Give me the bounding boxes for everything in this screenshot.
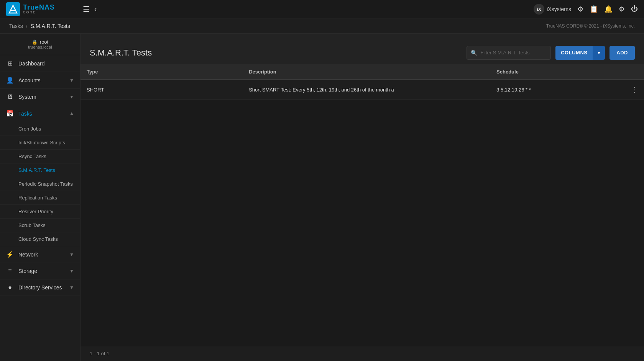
columns-button[interactable]: COLUMNS — [555, 46, 593, 60]
sidebar-item-directory-services[interactable]: ● Directory Services ▼ — [0, 279, 80, 296]
sidebar-item-init-shutdown[interactable]: Init/Shutdown Scripts — [0, 136, 80, 150]
sidebar-item-accounts[interactable]: 👤 Accounts ▼ — [0, 72, 80, 89]
table-container: Type Description Schedule SHORT Short SM… — [80, 64, 644, 346]
smart-tests-table: Type Description Schedule SHORT Short SM… — [80, 64, 644, 100]
system-arrow-icon: ▼ — [69, 94, 74, 100]
sidebar-item-cloud-sync-tasks[interactable]: Cloud Sync Tasks — [0, 232, 80, 246]
col-header-type: Type — [80, 64, 243, 80]
search-box: 🔍 — [467, 46, 551, 60]
breadcrumb-bar: Tasks / S.M.A.R.T. Tests TrueNAS CORE® ©… — [0, 18, 644, 34]
sidebar-item-replication-tasks[interactable]: Replication Tasks — [0, 191, 80, 205]
col-header-schedule: Schedule — [490, 64, 618, 80]
system-label: System — [18, 94, 65, 100]
user-section: 🔒 root truenas.local — [0, 34, 80, 55]
sidebar-item-tasks[interactable]: 📅 Tasks ▼ — [0, 105, 80, 122]
sidebar-item-scrub-tasks[interactable]: Scrub Tasks — [0, 219, 80, 232]
power-icon[interactable]: ⏻ — [631, 5, 638, 13]
directory-services-icon: ● — [6, 284, 14, 291]
col-header-actions — [618, 64, 644, 80]
breadcrumb-smart-tests: S.M.A.R.T. Tests — [31, 23, 70, 29]
hamburger-icon[interactable]: ☰ — [83, 5, 90, 14]
changelog-icon[interactable]: 📋 — [590, 5, 598, 13]
network-arrow-icon: ▼ — [69, 252, 74, 257]
breadcrumb: Tasks / S.M.A.R.T. Tests — [9, 23, 70, 29]
search-input[interactable] — [480, 50, 547, 56]
logo: TrueNAS CORE — [6, 2, 83, 16]
smart-tests-label: S.M.A.R.T. Tests — [18, 167, 55, 173]
truenas-logo-icon — [6, 2, 20, 16]
network-icon: ⚡ — [6, 251, 14, 258]
tasks-label: Tasks — [18, 111, 65, 117]
dashboard-icon: ⊞ — [6, 60, 14, 67]
sidebar-item-dashboard[interactable]: ⊞ Dashboard — [0, 55, 80, 72]
pagination-text: 1 - 1 of 1 — [90, 351, 109, 356]
accounts-icon: 👤 — [6, 77, 14, 84]
cron-jobs-label: Cron Jobs — [18, 126, 41, 132]
collapse-sidebar-icon[interactable]: ‹ — [94, 5, 97, 13]
replication-tasks-label: Replication Tasks — [18, 195, 57, 201]
copyright-text: TrueNAS CORE® © 2021 - iXSystems, Inc. — [546, 23, 635, 29]
tasks-arrow-icon: ▼ — [69, 111, 74, 116]
sidebar-item-cron-jobs[interactable]: Cron Jobs — [0, 122, 80, 136]
cloud-sync-tasks-label: Cloud Sync Tasks — [18, 236, 58, 242]
sidebar-item-periodic-snapshot[interactable]: Periodic Snapshot Tasks — [0, 177, 80, 191]
topbar-right-controls: iX iXsystems ⚙ 📋 🔔 ⚙ ⏻ — [534, 4, 638, 15]
truecommand-icon[interactable]: ⚙ — [577, 5, 583, 13]
sidebar: 🔒 root truenas.local ⊞ Dashboard 👤 Accou… — [0, 34, 80, 361]
ix-badge: iX — [534, 4, 544, 15]
network-label: Network — [18, 252, 65, 258]
table-row: SHORT Short SMART Test: Every 5th, 12th,… — [80, 80, 644, 100]
add-button[interactable]: ADD — [610, 46, 635, 60]
col-header-description: Description — [243, 64, 490, 80]
dashboard-label: Dashboard — [18, 60, 74, 67]
sidebar-item-rsync-tasks[interactable]: Rsync Tasks — [0, 150, 80, 163]
row-actions-icon[interactable]: ⋮ — [631, 86, 638, 93]
system-icon: 🖥 — [6, 93, 14, 100]
columns-button-group: COLUMNS ▼ — [555, 46, 605, 60]
ixsystems-label: iXsystems — [547, 6, 571, 12]
pagination: 1 - 1 of 1 — [80, 346, 644, 361]
rsync-tasks-label: Rsync Tasks — [18, 154, 46, 159]
logo-sub: CORE — [23, 11, 55, 14]
directory-services-arrow-icon: ▼ — [69, 285, 74, 290]
username: root — [40, 39, 48, 45]
sidebar-item-network[interactable]: ⚡ Network ▼ — [0, 246, 80, 263]
storage-arrow-icon: ▼ — [69, 268, 74, 274]
storage-icon: ≡ — [6, 268, 14, 274]
cell-description: Short SMART Test: Every 5th, 12th, 19th,… — [243, 80, 490, 100]
scrub-tasks-label: Scrub Tasks — [18, 222, 46, 228]
topbar: TrueNAS CORE ☰ ‹ iX iXsystems ⚙ 📋 🔔 ⚙ ⏻ — [0, 0, 644, 18]
hostname: truenas.local — [6, 45, 74, 49]
tasks-icon: 📅 — [6, 110, 14, 117]
ixsystems-logo: iX iXsystems — [534, 4, 571, 15]
cell-schedule: 3 5,12,19,26 * * — [490, 80, 618, 100]
lock-icon: 🔒 — [32, 39, 38, 45]
storage-label: Storage — [18, 268, 65, 274]
page-header: S.M.A.R.T. Tests 🔍 COLUMNS ▼ ADD — [80, 34, 644, 64]
directory-services-label: Directory Services — [18, 284, 65, 291]
content: S.M.A.R.T. Tests 🔍 COLUMNS ▼ ADD Type — [80, 34, 644, 361]
periodic-snapshot-label: Periodic Snapshot Tasks — [18, 181, 73, 187]
page-title: S.M.A.R.T. Tests — [90, 48, 152, 58]
cell-actions: ⋮ — [618, 80, 644, 100]
resilver-priority-label: Resilver Priority — [18, 209, 53, 214]
breadcrumb-tasks[interactable]: Tasks — [9, 23, 23, 29]
topbar-left-controls: ☰ ‹ — [83, 5, 97, 14]
alerts-icon[interactable]: 🔔 — [604, 5, 613, 13]
page-actions: 🔍 COLUMNS ▼ ADD — [467, 46, 635, 60]
sidebar-item-system[interactable]: 🖥 System ▼ — [0, 89, 80, 105]
main-layout: 🔒 root truenas.local ⊞ Dashboard 👤 Accou… — [0, 34, 644, 361]
breadcrumb-separator: / — [26, 23, 28, 29]
accounts-label: Accounts — [18, 77, 65, 83]
search-icon: 🔍 — [471, 50, 477, 56]
columns-dropdown-icon[interactable]: ▼ — [593, 46, 605, 60]
table-header-row: Type Description Schedule — [80, 64, 644, 80]
sidebar-item-resilver-priority[interactable]: Resilver Priority — [0, 205, 80, 219]
cell-type: SHORT — [80, 80, 243, 100]
settings-icon[interactable]: ⚙ — [619, 5, 625, 13]
sidebar-item-storage[interactable]: ≡ Storage ▼ — [0, 263, 80, 279]
init-shutdown-label: Init/Shutdown Scripts — [18, 140, 65, 145]
logo-name: TrueNAS — [23, 4, 55, 11]
sidebar-item-smart-tests[interactable]: S.M.A.R.T. Tests — [0, 163, 80, 177]
accounts-arrow-icon: ▼ — [69, 78, 74, 83]
